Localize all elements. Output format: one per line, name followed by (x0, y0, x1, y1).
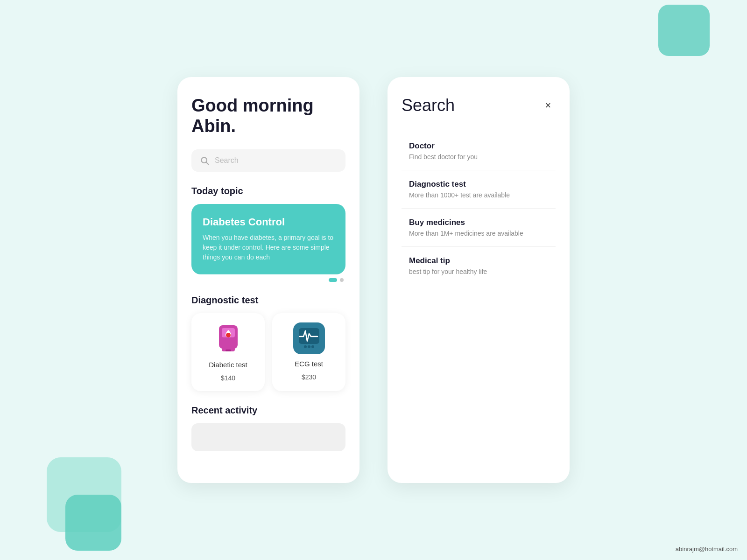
ecg-test-price: $230 (302, 373, 316, 381)
search-placeholder-text: Search (215, 156, 239, 165)
close-button[interactable]: × (541, 98, 556, 113)
left-phone-card: Good morning Abin. Search Today topic Di… (177, 77, 359, 483)
svg-line-1 (206, 162, 209, 165)
result-name-doctor: Doctor (409, 141, 548, 151)
search-icon (200, 156, 209, 165)
search-bar[interactable]: Search (191, 149, 345, 172)
right-phone-card: Search × Doctor Find best doctor for you… (388, 77, 570, 483)
result-name-medicaltip: Medical tip (409, 256, 548, 266)
topic-title: Diabetes Control (203, 216, 334, 228)
search-result-medicines[interactable]: Buy medicines More than 1M+ medicines ar… (402, 209, 556, 247)
carousel-dots (191, 278, 345, 282)
result-desc-medicines: More than 1M+ medicines are available (409, 230, 548, 237)
svg-point-9 (308, 345, 310, 348)
recent-activity-label: Recent activity (191, 405, 345, 416)
search-results-list: Doctor Find best doctor for you Diagnost… (402, 132, 556, 285)
search-screen-title: Search (402, 96, 455, 115)
diabetic-icon (214, 322, 242, 355)
greeting-text: Good morning Abin. (191, 96, 345, 136)
svg-point-4 (226, 333, 231, 337)
ecg-icon (293, 322, 325, 354)
topic-card[interactable]: Diabetes Control When you have diabetes,… (191, 204, 345, 274)
test-cards-container: Diabetic test $140 ECG test $230 (191, 313, 345, 391)
diabetic-test-price: $140 (221, 374, 235, 382)
search-result-diagnostic[interactable]: Diagnostic test More than 1000+ test are… (402, 170, 556, 209)
dot-2 (340, 278, 344, 282)
topic-description: When you have diabetes, a primary goal i… (203, 233, 334, 262)
bg-decoration-top-right (658, 5, 710, 56)
diagnostic-section-label: Diagnostic test (191, 295, 345, 306)
dot-1 (329, 278, 337, 282)
search-result-doctor[interactable]: Doctor Find best doctor for you (402, 132, 556, 170)
bg-decoration-bottom-left-inner (65, 495, 121, 551)
recent-activity-placeholder (191, 423, 345, 451)
result-name-diagnostic: Diagnostic test (409, 180, 548, 189)
search-header: Search × (402, 96, 556, 115)
search-result-medicaltip[interactable]: Medical tip best tip for your healthy li… (402, 247, 556, 285)
result-desc-doctor: Find best doctor for you (409, 153, 548, 161)
today-topic-label: Today topic (191, 186, 345, 196)
footer-email: abinrajm@hotmail.com (676, 546, 738, 553)
ecg-test-name: ECG test (295, 360, 323, 368)
diabetic-test-name: Diabetic test (209, 361, 247, 369)
result-desc-medicaltip: best tip for your healthy life (409, 268, 548, 275)
result-desc-diagnostic: More than 1000+ test are available (409, 191, 548, 199)
svg-point-8 (304, 345, 307, 348)
result-name-medicines: Buy medicines (409, 218, 548, 227)
svg-rect-6 (226, 350, 231, 351)
svg-point-10 (311, 345, 314, 348)
ecg-test-card[interactable]: ECG test $230 (272, 313, 345, 391)
diabetic-test-card[interactable]: Diabetic test $140 (191, 313, 265, 391)
